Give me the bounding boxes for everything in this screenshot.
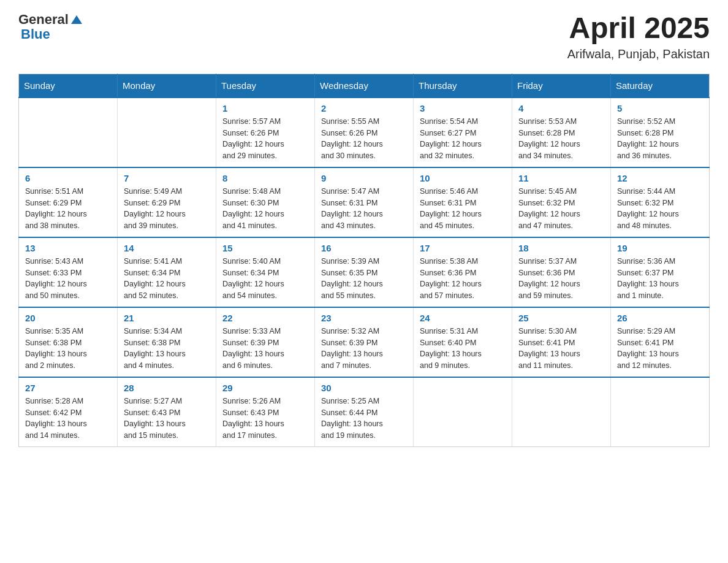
day-info: Sunrise: 5:36 AMSunset: 6:37 PMDaylight:… <box>617 256 703 302</box>
calendar-cell: 9Sunrise: 5:47 AMSunset: 6:31 PMDaylight… <box>315 167 414 237</box>
calendar-cell <box>611 377 710 447</box>
day-info: Sunrise: 5:41 AMSunset: 6:34 PMDaylight:… <box>124 256 210 302</box>
day-info: Sunrise: 5:40 AMSunset: 6:34 PMDaylight:… <box>222 256 308 302</box>
calendar-cell: 11Sunrise: 5:45 AMSunset: 6:32 PMDayligh… <box>512 167 611 237</box>
calendar-table: SundayMondayTuesdayWednesdayThursdayFrid… <box>18 74 710 447</box>
day-number: 24 <box>420 313 506 323</box>
location-title: Arifwala, Punjab, Pakistan <box>567 47 710 61</box>
day-number: 11 <box>518 173 604 183</box>
day-number: 26 <box>617 313 703 323</box>
logo-blue-text: Blue <box>21 27 82 42</box>
calendar-cell <box>19 98 118 167</box>
calendar-cell: 2Sunrise: 5:55 AMSunset: 6:26 PMDaylight… <box>315 98 414 167</box>
day-number: 1 <box>222 103 308 113</box>
day-number: 29 <box>222 383 308 393</box>
calendar-cell: 4Sunrise: 5:53 AMSunset: 6:28 PMDaylight… <box>512 98 611 167</box>
day-info: Sunrise: 5:47 AMSunset: 6:31 PMDaylight:… <box>321 186 407 232</box>
calendar-cell: 8Sunrise: 5:48 AMSunset: 6:30 PMDaylight… <box>216 167 315 237</box>
calendar-cell: 16Sunrise: 5:39 AMSunset: 6:35 PMDayligh… <box>315 237 414 307</box>
day-info: Sunrise: 5:48 AMSunset: 6:30 PMDaylight:… <box>222 186 308 232</box>
day-number: 27 <box>25 383 111 393</box>
day-number: 9 <box>321 173 407 183</box>
day-info: Sunrise: 5:44 AMSunset: 6:32 PMDaylight:… <box>617 186 703 232</box>
day-number: 10 <box>420 173 506 183</box>
weekday-header-friday: Friday <box>512 74 611 98</box>
day-info: Sunrise: 5:43 AMSunset: 6:33 PMDaylight:… <box>25 256 111 302</box>
day-info: Sunrise: 5:54 AMSunset: 6:27 PMDaylight:… <box>420 116 506 162</box>
day-number: 18 <box>518 243 604 253</box>
calendar-cell: 1Sunrise: 5:57 AMSunset: 6:26 PMDaylight… <box>216 98 315 167</box>
day-info: Sunrise: 5:34 AMSunset: 6:38 PMDaylight:… <box>124 326 210 372</box>
calendar-cell <box>414 377 512 447</box>
calendar-cell: 25Sunrise: 5:30 AMSunset: 6:41 PMDayligh… <box>512 307 611 377</box>
day-number: 25 <box>518 313 604 323</box>
day-number: 8 <box>222 173 308 183</box>
day-info: Sunrise: 5:51 AMSunset: 6:29 PMDaylight:… <box>25 186 111 232</box>
calendar-cell: 5Sunrise: 5:52 AMSunset: 6:28 PMDaylight… <box>611 98 710 167</box>
day-number: 16 <box>321 243 407 253</box>
day-info: Sunrise: 5:52 AMSunset: 6:28 PMDaylight:… <box>617 116 703 162</box>
day-info: Sunrise: 5:55 AMSunset: 6:26 PMDaylight:… <box>321 116 407 162</box>
weekday-header-saturday: Saturday <box>611 74 710 98</box>
calendar-cell: 27Sunrise: 5:28 AMSunset: 6:42 PMDayligh… <box>19 377 118 447</box>
day-info: Sunrise: 5:46 AMSunset: 6:31 PMDaylight:… <box>420 186 506 232</box>
weekday-header-wednesday: Wednesday <box>315 74 414 98</box>
day-number: 28 <box>124 383 210 393</box>
logo: General Blue <box>18 12 82 42</box>
weekday-header-thursday: Thursday <box>414 74 512 98</box>
day-info: Sunrise: 5:39 AMSunset: 6:35 PMDaylight:… <box>321 256 407 302</box>
calendar-cell: 10Sunrise: 5:46 AMSunset: 6:31 PMDayligh… <box>414 167 512 237</box>
day-number: 30 <box>321 383 407 393</box>
calendar-week-row: 13Sunrise: 5:43 AMSunset: 6:33 PMDayligh… <box>19 237 710 307</box>
day-number: 15 <box>222 243 308 253</box>
day-number: 20 <box>25 313 111 323</box>
day-info: Sunrise: 5:32 AMSunset: 6:39 PMDaylight:… <box>321 326 407 372</box>
calendar-week-row: 1Sunrise: 5:57 AMSunset: 6:26 PMDaylight… <box>19 98 710 167</box>
day-info: Sunrise: 5:53 AMSunset: 6:28 PMDaylight:… <box>518 116 604 162</box>
day-info: Sunrise: 5:25 AMSunset: 6:44 PMDaylight:… <box>321 396 407 442</box>
day-number: 13 <box>25 243 111 253</box>
calendar-week-row: 20Sunrise: 5:35 AMSunset: 6:38 PMDayligh… <box>19 307 710 377</box>
day-info: Sunrise: 5:29 AMSunset: 6:41 PMDaylight:… <box>617 326 703 372</box>
day-number: 17 <box>420 243 506 253</box>
calendar-cell: 28Sunrise: 5:27 AMSunset: 6:43 PMDayligh… <box>118 377 216 447</box>
day-number: 19 <box>617 243 703 253</box>
day-number: 3 <box>420 103 506 113</box>
calendar-cell: 22Sunrise: 5:33 AMSunset: 6:39 PMDayligh… <box>216 307 315 377</box>
day-info: Sunrise: 5:35 AMSunset: 6:38 PMDaylight:… <box>25 326 111 372</box>
calendar-cell: 21Sunrise: 5:34 AMSunset: 6:38 PMDayligh… <box>118 307 216 377</box>
calendar-cell: 29Sunrise: 5:26 AMSunset: 6:43 PMDayligh… <box>216 377 315 447</box>
day-number: 4 <box>518 103 604 113</box>
weekday-header-tuesday: Tuesday <box>216 74 315 98</box>
calendar-cell: 20Sunrise: 5:35 AMSunset: 6:38 PMDayligh… <box>19 307 118 377</box>
day-info: Sunrise: 5:28 AMSunset: 6:42 PMDaylight:… <box>25 396 111 442</box>
day-number: 12 <box>617 173 703 183</box>
day-info: Sunrise: 5:30 AMSunset: 6:41 PMDaylight:… <box>518 326 604 372</box>
calendar-cell: 6Sunrise: 5:51 AMSunset: 6:29 PMDaylight… <box>19 167 118 237</box>
calendar-cell <box>512 377 611 447</box>
calendar-cell: 12Sunrise: 5:44 AMSunset: 6:32 PMDayligh… <box>611 167 710 237</box>
calendar-cell: 19Sunrise: 5:36 AMSunset: 6:37 PMDayligh… <box>611 237 710 307</box>
calendar-cell: 3Sunrise: 5:54 AMSunset: 6:27 PMDaylight… <box>414 98 512 167</box>
day-info: Sunrise: 5:33 AMSunset: 6:39 PMDaylight:… <box>222 326 308 372</box>
weekday-header-monday: Monday <box>118 74 216 98</box>
calendar-cell: 18Sunrise: 5:37 AMSunset: 6:36 PMDayligh… <box>512 237 611 307</box>
calendar-week-row: 6Sunrise: 5:51 AMSunset: 6:29 PMDaylight… <box>19 167 710 237</box>
day-info: Sunrise: 5:57 AMSunset: 6:26 PMDaylight:… <box>222 116 308 162</box>
calendar-cell: 24Sunrise: 5:31 AMSunset: 6:40 PMDayligh… <box>414 307 512 377</box>
header-right: April 2025 Arifwala, Punjab, Pakistan <box>567 12 710 61</box>
calendar-cell: 15Sunrise: 5:40 AMSunset: 6:34 PMDayligh… <box>216 237 315 307</box>
day-info: Sunrise: 5:45 AMSunset: 6:32 PMDaylight:… <box>518 186 604 232</box>
calendar-cell: 13Sunrise: 5:43 AMSunset: 6:33 PMDayligh… <box>19 237 118 307</box>
calendar-cell: 17Sunrise: 5:38 AMSunset: 6:36 PMDayligh… <box>414 237 512 307</box>
day-info: Sunrise: 5:26 AMSunset: 6:43 PMDaylight:… <box>222 396 308 442</box>
day-info: Sunrise: 5:31 AMSunset: 6:40 PMDaylight:… <box>420 326 506 372</box>
day-number: 14 <box>124 243 210 253</box>
day-number: 6 <box>25 173 111 183</box>
day-number: 7 <box>124 173 210 183</box>
day-number: 21 <box>124 313 210 323</box>
calendar-cell <box>118 98 216 167</box>
day-info: Sunrise: 5:38 AMSunset: 6:36 PMDaylight:… <box>420 256 506 302</box>
day-info: Sunrise: 5:37 AMSunset: 6:36 PMDaylight:… <box>518 256 604 302</box>
page-header: General Blue April 2025 Arifwala, Punjab… <box>18 12 710 61</box>
